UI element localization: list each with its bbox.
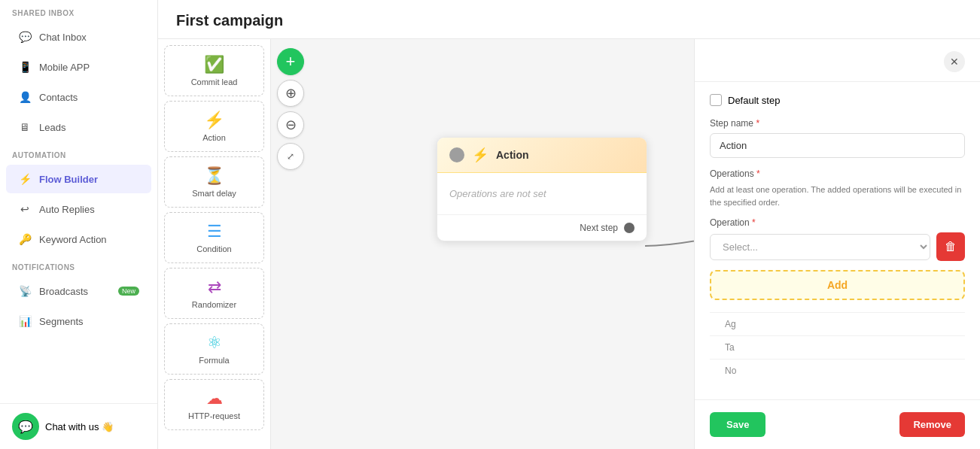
action-icon: ⚡ bbox=[171, 111, 257, 130]
action-node-title: Action bbox=[496, 149, 529, 161]
action-node-body: Operations are not set bbox=[437, 173, 647, 214]
add-operation-button[interactable]: Add bbox=[710, 270, 965, 300]
flow-connections bbox=[271, 39, 694, 449]
right-panel: ✕ Default step Step name * Operations * bbox=[694, 39, 980, 449]
right-panel-header: ✕ bbox=[695, 39, 980, 82]
sidebar-item-auto-replies[interactable]: ↩ Auto Replies bbox=[6, 195, 151, 223]
default-step-label: Default step bbox=[728, 95, 780, 106]
operation-select[interactable]: Select... bbox=[710, 234, 930, 260]
main-area: First campaign ✅ Commit lead ⚡ Action ⏳ … bbox=[158, 0, 980, 449]
auto-replies-icon: ↩ bbox=[18, 202, 32, 216]
default-step-checkbox[interactable] bbox=[710, 94, 722, 106]
new-badge: New bbox=[118, 287, 139, 296]
add-node-button[interactable]: + bbox=[277, 48, 304, 75]
sidebar-item-mobile-app[interactable]: 📱 Mobile APP bbox=[6, 53, 151, 81]
next-step-connector bbox=[624, 223, 635, 233]
action-node-footer: Next step bbox=[437, 214, 647, 241]
flow-canvas[interactable]: ⚡ Action Operations are not set Next ste… bbox=[271, 39, 694, 449]
commit-lead-label: Commit lead bbox=[171, 77, 257, 86]
sidebar-item-leads[interactable]: 🖥 Leads bbox=[6, 113, 151, 141]
mobile-icon: 📱 bbox=[18, 60, 32, 74]
step-name-input[interactable] bbox=[710, 133, 965, 158]
node-formula[interactable]: ⚛ Formula bbox=[164, 323, 264, 375]
sidebar-item-label: Segments bbox=[39, 316, 84, 327]
leads-icon: 🖥 bbox=[18, 120, 32, 134]
sidebar-item-label: Broadcasts bbox=[39, 286, 88, 297]
operation-field-label: Operation * bbox=[710, 217, 965, 228]
sidebar-item-flow-builder[interactable]: ⚡ Flow Builder bbox=[6, 165, 151, 193]
action-lightning-icon: ⚡ bbox=[472, 147, 488, 163]
page-title: First campaign bbox=[176, 12, 962, 29]
sidebar-item-contacts[interactable]: 👤 Contacts bbox=[6, 83, 151, 111]
node-action[interactable]: ⚡ Action bbox=[164, 101, 264, 152]
action-node-header: ⚡ Action bbox=[437, 138, 647, 173]
node-panel: ✅ Commit lead ⚡ Action ⏳ Smart delay ☰ C… bbox=[158, 39, 271, 449]
operation-row: Select... 🗑 bbox=[710, 232, 965, 261]
canvas-controls: + ⊕ ⊖ ⤢ bbox=[277, 48, 304, 170]
randomizer-label: Randomizer bbox=[171, 300, 257, 309]
node-commit-lead[interactable]: ✅ Commit lead bbox=[164, 45, 264, 96]
truncated-ta: Ta bbox=[710, 335, 965, 359]
formula-icon: ⚛ bbox=[171, 333, 257, 353]
node-http-request[interactable]: ☁ HTTP-request bbox=[164, 379, 264, 430]
save-button[interactable]: Save bbox=[710, 412, 765, 437]
flow-builder-icon: ⚡ bbox=[18, 172, 32, 186]
sidebar-item-label: Contacts bbox=[39, 92, 78, 103]
right-panel-content: Default step Step name * Operations * Ad… bbox=[695, 82, 980, 399]
sidebar: SHARED INBOX 💬 Chat Inbox 📱 Mobile APP 👤… bbox=[0, 0, 158, 449]
default-step-row: Default step bbox=[710, 94, 965, 106]
sidebar-item-chat-inbox[interactable]: 💬 Chat Inbox bbox=[6, 23, 151, 51]
chat-with-us-button[interactable]: 💬 Chat with us 👋 bbox=[0, 403, 157, 449]
zoom-in-button[interactable]: ⊕ bbox=[277, 80, 304, 107]
action-buttons: Save Remove bbox=[695, 399, 980, 449]
condition-label: Condition bbox=[171, 244, 257, 253]
contacts-icon: 👤 bbox=[18, 90, 32, 104]
node-condition[interactable]: ☰ Condition bbox=[164, 212, 264, 263]
sidebar-item-broadcasts[interactable]: 📡 Broadcasts New bbox=[6, 277, 151, 305]
step-name-label: Step name * bbox=[710, 118, 965, 129]
operations-label: Operations * bbox=[710, 168, 965, 179]
zoom-out-button[interactable]: ⊖ bbox=[277, 111, 304, 138]
smart-delay-icon: ⏳ bbox=[171, 166, 257, 186]
canvas-area: ✅ Commit lead ⚡ Action ⏳ Smart delay ☰ C… bbox=[158, 39, 980, 449]
sidebar-item-keyword-action[interactable]: 🔑 Keyword Action bbox=[6, 225, 151, 253]
fit-view-button[interactable]: ⤢ bbox=[277, 143, 304, 170]
action-label: Action bbox=[171, 133, 257, 142]
sidebar-item-label: Auto Replies bbox=[39, 204, 95, 215]
truncated-ag: Ag bbox=[710, 312, 965, 335]
randomizer-icon: ⇄ bbox=[171, 278, 257, 297]
next-step-label: Next step bbox=[580, 223, 618, 233]
operations-not-set-text: Operations are not set bbox=[449, 188, 546, 199]
sidebar-item-label: Flow Builder bbox=[39, 174, 98, 185]
page-header: First campaign bbox=[158, 0, 980, 39]
shared-inbox-label: SHARED INBOX bbox=[0, 0, 157, 22]
arrows-overlay bbox=[271, 39, 694, 449]
node-smart-delay[interactable]: ⏳ Smart delay bbox=[164, 156, 264, 208]
node-randomizer[interactable]: ⇄ Randomizer bbox=[164, 268, 264, 319]
truncated-no: No bbox=[710, 359, 965, 382]
keyword-icon: 🔑 bbox=[18, 232, 32, 246]
smart-delay-label: Smart delay bbox=[171, 189, 257, 198]
ops-description: Add at least one operation. The added op… bbox=[710, 184, 965, 208]
http-request-label: HTTP-request bbox=[171, 411, 257, 420]
http-request-icon: ☁ bbox=[171, 389, 257, 408]
commit-lead-icon: ✅ bbox=[171, 55, 257, 74]
node-connector-dot bbox=[449, 147, 464, 162]
broadcasts-icon: 📡 bbox=[18, 284, 32, 298]
close-panel-button[interactable]: ✕ bbox=[944, 51, 965, 72]
chat-circle-icon: 💬 bbox=[12, 413, 39, 440]
chat-icon: 💬 bbox=[18, 30, 32, 44]
action-flow-node[interactable]: ⚡ Action Operations are not set Next ste… bbox=[437, 137, 647, 241]
remove-button[interactable]: Remove bbox=[899, 412, 965, 437]
chat-btn-label: Chat with us 👋 bbox=[45, 421, 114, 432]
segments-icon: 📊 bbox=[18, 314, 32, 328]
delete-operation-button[interactable]: 🗑 bbox=[936, 232, 965, 261]
automation-label: AUTOMATION bbox=[0, 142, 157, 164]
sidebar-item-segments[interactable]: 📊 Segments bbox=[6, 307, 151, 335]
formula-label: Formula bbox=[171, 356, 257, 365]
sidebar-item-label: Mobile APP bbox=[39, 62, 90, 73]
sidebar-item-label: Keyword Action bbox=[39, 234, 107, 245]
notifications-label: NOTIFICATIONS bbox=[0, 254, 157, 276]
condition-icon: ☰ bbox=[171, 222, 257, 241]
sidebar-item-label: Leads bbox=[39, 122, 65, 133]
